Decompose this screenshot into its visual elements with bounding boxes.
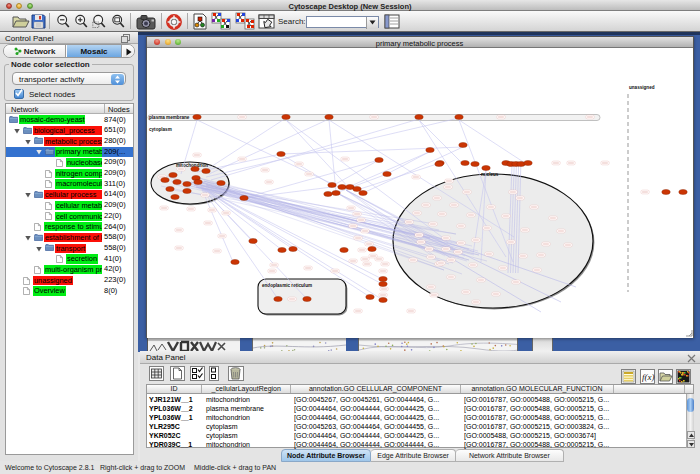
- svg-text:f(x): f(x): [642, 372, 655, 382]
- svg-text:unassigned: unassigned: [629, 85, 655, 90]
- svg-text:nucleus: nucleus: [481, 172, 499, 177]
- svg-text:plasma membrane: plasma membrane: [149, 115, 190, 120]
- svg-text:endoplasmic reticulum: endoplasmic reticulum: [262, 283, 312, 288]
- svg-text:cytoplasm: cytoplasm: [149, 127, 172, 132]
